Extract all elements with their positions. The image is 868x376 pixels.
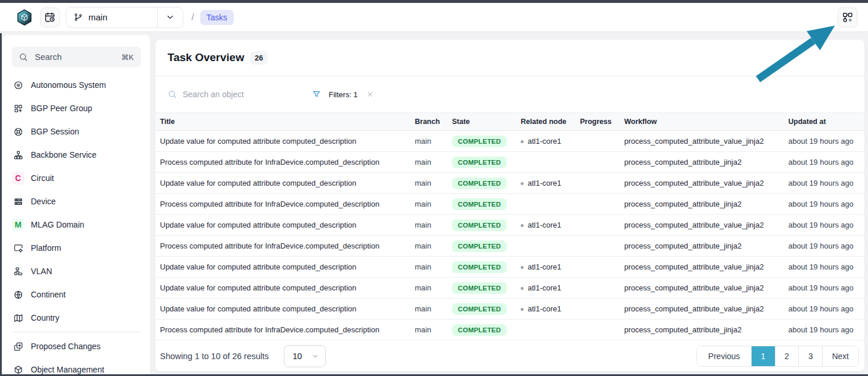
column-header-progress: Progress	[575, 113, 620, 131]
sidebar-item-label: Country	[31, 313, 59, 322]
sidebar-nav: Autonomous System BGP Peer Group BGP Ses…	[2, 73, 150, 329]
task-workflow: process_computed_attribute_jinja2	[620, 152, 784, 173]
task-updated-at: about 19 hours ago	[784, 236, 865, 257]
search-shortcut: ⌘K	[121, 53, 134, 62]
task-state: COMPLETED	[447, 320, 516, 340]
vlan-icon	[12, 265, 24, 278]
task-progress	[575, 215, 620, 236]
branch-selector[interactable]: main	[66, 7, 183, 28]
sidebar-item-continent[interactable]: Continent	[2, 283, 150, 306]
grid-plus-icon	[12, 102, 24, 115]
window-top-edge	[0, 0, 868, 3]
object-search-input[interactable]	[183, 90, 287, 99]
page-button-1[interactable]: 1	[751, 346, 775, 366]
status-badge: COMPLETED	[452, 219, 507, 231]
related-node-link[interactable]: atl1-core1	[528, 304, 561, 313]
page-button-previous[interactable]: Previous	[697, 346, 750, 366]
task-workflow: process_computed_attribute_jinja2	[620, 194, 784, 215]
table-row[interactable]: Process computed attribute for InfraDevi…	[155, 236, 865, 257]
sidebar-item-device[interactable]: Device	[2, 190, 150, 213]
letter-badge-c: C	[12, 172, 24, 185]
related-node-link[interactable]: atl1-core1	[528, 283, 561, 292]
task-progress	[575, 173, 620, 194]
chevron-down-icon[interactable]	[165, 12, 175, 22]
column-header-updated-at: Updated at	[784, 113, 865, 131]
schema-visualizer-button[interactable]	[838, 8, 858, 27]
related-node-link[interactable]: atl1-core1	[528, 137, 561, 146]
sidebar-item-mlag-domain[interactable]: M MLAG Domain	[2, 213, 150, 236]
task-workflow: process_computed_attribute_value_jinja2	[620, 215, 784, 236]
table-row[interactable]: Update value for computed attribute comp…	[155, 215, 865, 236]
table-row[interactable]: Process computed attribute for InfraDevi…	[155, 320, 865, 340]
status-badge: COMPLETED	[452, 282, 507, 294]
related-node-link[interactable]: atl1-core1	[528, 179, 561, 187]
task-title: Process computed attribute for InfraDevi…	[155, 320, 410, 340]
sidebar-item-vlan[interactable]: VLAN	[2, 260, 150, 283]
sidebar-footer-nav: Proposed Changes Object Management	[2, 335, 150, 376]
sidebar-item-proposed-changes[interactable]: Proposed Changes	[2, 335, 150, 358]
task-branch: main	[410, 236, 447, 257]
table-row[interactable]: Process computed attribute for InfraDevi…	[155, 194, 865, 215]
page-button-3[interactable]: 3	[798, 346, 822, 366]
filters-label: Filters: 1	[329, 90, 358, 99]
search-button[interactable]: Search ⌘K	[12, 47, 141, 68]
table-row[interactable]: Process computed attribute for InfraDevi…	[155, 152, 865, 173]
sidebar-item-circuit[interactable]: C Circuit	[2, 166, 150, 190]
page-size-select[interactable]: 10	[284, 345, 326, 367]
toolbar: Filters: 1	[155, 76, 865, 112]
related-node-link[interactable]: atl1-core1	[528, 263, 561, 271]
sidebar-item-bgp-peer-group[interactable]: BGP Peer Group	[2, 97, 150, 120]
sidebar-item-backbone-service[interactable]: Backbone Service	[2, 143, 150, 166]
task-title: Update value for computed attribute comp…	[155, 131, 410, 152]
card-footer: Showing 1 to 10 of 26 results 10 Previou…	[155, 340, 865, 371]
task-progress	[575, 320, 620, 340]
search-placeholder: Search	[35, 52, 121, 62]
table-row[interactable]: Update value for computed attribute comp…	[155, 257, 865, 278]
wheel-icon	[12, 125, 24, 138]
status-badge: COMPLETED	[452, 136, 507, 147]
sidebar-item-platform[interactable]: Platform	[2, 236, 150, 260]
time-travel-button[interactable]	[40, 8, 60, 27]
sidebar-item-autonomous-system[interactable]: Autonomous System	[2, 73, 150, 97]
pagination: Previous123Next	[696, 346, 859, 367]
node-dot	[521, 287, 524, 290]
top-bar-right	[838, 8, 858, 27]
task-title: Process computed attribute for InfraDevi…	[155, 236, 410, 257]
branch-selector-divider	[157, 8, 158, 27]
table-row[interactable]: Update value for computed attribute comp…	[155, 173, 865, 194]
sidebar-item-bgp-session[interactable]: BGP Session	[2, 120, 150, 143]
task-state: COMPLETED	[447, 299, 516, 320]
table-row[interactable]: Update value for computed attribute comp…	[155, 278, 865, 299]
monitor-gear-icon	[12, 242, 24, 254]
status-badge: COMPLETED	[452, 178, 507, 189]
status-badge: COMPLETED	[452, 303, 507, 315]
clear-filters-icon[interactable]	[366, 90, 374, 98]
task-updated-at: about 19 hours ago	[784, 257, 865, 278]
task-progress	[575, 236, 620, 257]
chevron-down-icon	[311, 352, 319, 360]
task-workflow: process_computed_attribute_value_jinja2	[620, 257, 784, 278]
task-related-node: atl1-core1	[516, 257, 575, 278]
sidebar-item-object-management[interactable]: Object Management	[2, 358, 150, 376]
breadcrumb-tasks[interactable]: Tasks	[200, 10, 234, 25]
infrahub-logo[interactable]	[16, 9, 33, 26]
status-badge: COMPLETED	[452, 324, 507, 336]
filter-funnel-icon[interactable]	[312, 90, 321, 99]
sidebar-item-label: Circuit	[31, 173, 54, 183]
task-branch: main	[410, 131, 447, 152]
task-workflow: process_computed_attribute_value_jinja2	[620, 278, 784, 299]
table-row[interactable]: Update value for computed attribute comp…	[155, 131, 865, 152]
page-title: Task Overview	[168, 51, 244, 64]
sidebar-item-country[interactable]: Country	[2, 306, 150, 329]
table-row[interactable]: Update value for computed attribute comp…	[155, 299, 865, 320]
task-related-node: atl1-core1	[516, 131, 575, 152]
task-title: Process computed attribute for InfraDevi…	[155, 152, 410, 173]
task-updated-at: about 19 hours ago	[784, 215, 865, 236]
related-node-link[interactable]: atl1-core1	[528, 221, 561, 229]
page-button-next[interactable]: Next	[822, 346, 858, 366]
tasks-table: TitleBranchStateRelated nodeProgressWork…	[155, 112, 865, 340]
page-button-2[interactable]: 2	[775, 346, 799, 366]
task-branch: main	[410, 320, 447, 340]
task-progress	[575, 152, 620, 173]
task-state: COMPLETED	[447, 173, 516, 194]
